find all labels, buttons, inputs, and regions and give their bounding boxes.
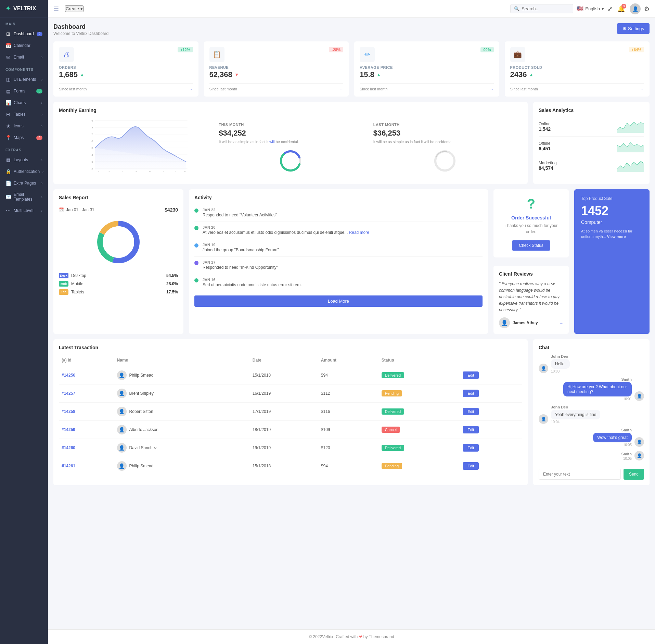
sidebar-label-extra: Extra Pages <box>14 181 36 186</box>
language-label: English <box>585 6 600 11</box>
sales-donut-chart <box>94 218 142 266</box>
sidebar-item-charts[interactable]: 📊 Charts › <box>0 97 48 109</box>
extra-chevron: › <box>41 181 42 185</box>
desktop-legend-name: Desktop <box>71 273 86 278</box>
create-chevron-icon: ▾ <box>80 6 83 11</box>
reviewer-name: James Athey <box>513 320 538 325</box>
create-label: Create <box>66 6 79 11</box>
read-more-link[interactable]: Read more <box>349 230 369 235</box>
product-sold-label: PRODUCT SOLD <box>510 65 644 70</box>
edit-button[interactable]: Edit <box>463 371 479 379</box>
transaction-card: Latest Trasaction (#) Id Name Date Amoun… <box>53 339 528 485</box>
sidebar-item-authentication[interactable]: 🔒 Authentication › <box>0 166 48 177</box>
activity-item-1: JAN 20 At vero eos et accusamus et iusto… <box>194 222 483 239</box>
tablets-pct: 17.5% <box>166 290 178 294</box>
chat-avatar-smith-2: 👤 <box>634 451 644 460</box>
sidebar-item-email-templates[interactable]: 📧 Email Templates › <box>0 189 48 205</box>
orders-trend: ▲ <box>80 72 85 77</box>
user-avatar: 👤 <box>117 389 127 398</box>
user-avatar: 👤 <box>117 370 127 380</box>
bottom-section: Sales Report 📅 Jan 01 - Jan 31 $4230 <box>53 189 650 334</box>
offline-sparkline <box>617 140 644 152</box>
page-header: Dashboard Welcome to Veltrix Dashboard ⚙… <box>53 23 650 36</box>
check-status-button[interactable]: Check Status <box>512 240 550 251</box>
edit-button[interactable]: Edit <box>463 390 479 397</box>
sidebar-item-ui-elements[interactable]: ◫ UI Elements › <box>0 74 48 85</box>
edit-button[interactable]: Edit <box>463 444 479 452</box>
settings-button[interactable]: ⚙ Settings <box>617 23 650 34</box>
email-icon: ✉ <box>5 54 11 60</box>
sidebar-item-icons[interactable]: ★ Icons › <box>0 120 48 132</box>
create-button[interactable]: Create ▾ <box>65 5 84 12</box>
cell-date: 18/1/2019 <box>250 421 318 439</box>
forms-badge: 6 <box>36 89 42 93</box>
desktop-dot: Desk <box>59 273 68 278</box>
offline-label: Offline <box>539 141 551 146</box>
sidebar-item-extra-pages[interactable]: 📄 Extra Pages › <box>0 177 48 189</box>
heart-icon: ❤ <box>359 634 362 639</box>
search-input[interactable] <box>522 6 569 11</box>
desktop-pct: 54.5% <box>166 273 178 278</box>
lang-chevron-icon: ▾ <box>602 6 604 11</box>
legend-mobile: Mob Mobile 28.0% <box>59 280 178 288</box>
orders-icon: 🖨 <box>59 47 74 62</box>
activity-dot-3 <box>194 261 198 265</box>
monthly-earning-chart: 9 8 7 6 5 4 3 2 1 2 3 <box>59 117 213 172</box>
client-reviews-title: Client Reviews <box>499 271 563 277</box>
sidebar-item-forms[interactable]: ▤ Forms 6 <box>0 85 48 97</box>
edit-button[interactable]: Edit <box>463 426 479 433</box>
charts-chevron: › <box>41 101 42 105</box>
load-more-button[interactable]: Load More <box>194 295 483 307</box>
cell-name: 👤 Brent Shipley <box>114 384 250 403</box>
activity-dot-4 <box>194 278 198 282</box>
chat-input[interactable] <box>539 469 621 480</box>
order-success-card: ? Order Successful Thanks you so much fo… <box>493 189 569 257</box>
sales-report-period-row: 📅 Jan 01 - Jan 31 $4230 <box>59 207 178 213</box>
stat-card-avg-price: ✏ 00% AVERAGE PRICE 15.8 ▲ Since last mo… <box>354 41 499 97</box>
sidebar-item-multi-level[interactable]: ⋯ Multi Level › <box>0 205 48 216</box>
edit-button[interactable]: Edit <box>463 408 479 415</box>
sales-analytics-title: Sales Analytics <box>539 108 644 113</box>
reviewer-info: 👤 James Athey <box>499 317 538 328</box>
layouts-icon: ▦ <box>5 157 11 163</box>
multi-chevron: › <box>41 209 42 213</box>
cell-date: 16/1/2019 <box>250 384 318 403</box>
page-subtitle: Welcome to Veltrix Dashboard <box>53 31 108 36</box>
sidebar-item-email[interactable]: ✉ Email › <box>0 51 48 63</box>
notifications-button[interactable]: 🔔 3 <box>616 4 626 14</box>
cell-status: Pending <box>379 457 460 475</box>
sidebar-logo: ✦ VELTRIX <box>0 0 48 17</box>
expand-icon[interactable]: ⤢ <box>607 5 613 13</box>
chat-sender-smith-2: Smith <box>621 452 632 456</box>
sidebar-item-tables[interactable]: ⊟ Tables › <box>0 109 48 120</box>
sidebar-item-calendar[interactable]: 📅 Calendar <box>0 40 48 51</box>
cell-action: Edit <box>460 421 522 439</box>
table-row: #14256 👤 Philip Smead 15/1/2018 $94 Deli… <box>59 366 522 384</box>
gear-icon[interactable]: ⚙ <box>644 5 650 13</box>
chat-avatar-smith-1: 👤 <box>634 437 644 447</box>
send-button[interactable]: Send <box>624 469 644 480</box>
layouts-chevron: › <box>41 158 42 162</box>
status-badge: Delivered <box>382 445 404 451</box>
sidebar-label-calendar: Calendar <box>14 43 30 48</box>
hamburger-icon[interactable]: ☰ <box>53 5 59 13</box>
view-more-link[interactable]: View more <box>607 235 626 239</box>
edit-button[interactable]: Edit <box>463 462 479 470</box>
cell-id: #14260 <box>59 439 114 457</box>
sidebar-item-layouts[interactable]: ▦ Layouts › <box>0 154 48 166</box>
chat-avatar-john-1: 👤 <box>539 414 548 424</box>
activity-title: Activity <box>194 195 483 200</box>
svg-text:9: 9 <box>91 119 93 122</box>
product-sold-value: 2436 <box>510 70 527 79</box>
cell-amount: $94 <box>318 457 379 475</box>
sidebar-item-maps[interactable]: 📍 Maps 2 <box>0 132 48 143</box>
mobile-dot: Mob <box>59 281 68 287</box>
period-label-wrapper: 📅 Jan 01 - Jan 31 <box>59 207 94 212</box>
sidebar-label-tables: Tables <box>14 112 26 117</box>
mobile-pct: 28.0% <box>166 281 178 286</box>
activity-dot-2 <box>194 243 198 248</box>
user-avatar[interactable]: 👤 <box>630 3 641 14</box>
cell-id: #14257 <box>59 384 114 403</box>
language-selector[interactable]: 🇺🇸 English ▾ <box>577 5 604 12</box>
sidebar-item-dashboard[interactable]: ⊞ Dashboard 2 <box>0 28 48 40</box>
